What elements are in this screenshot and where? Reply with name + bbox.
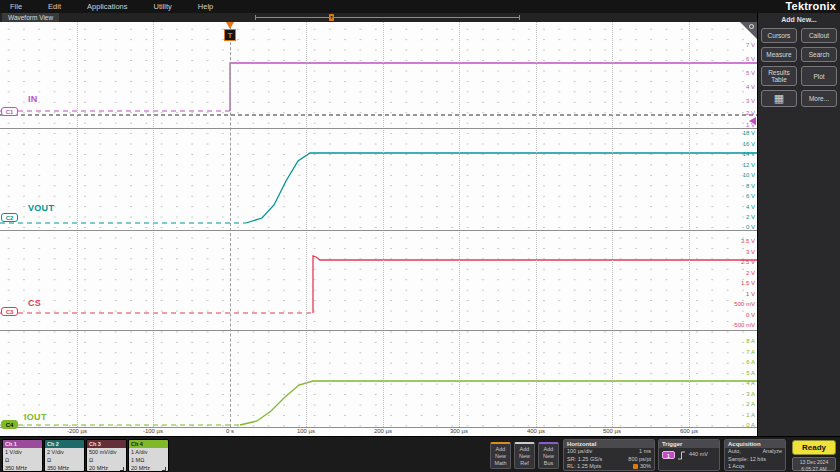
time-tick-label: 200 µs	[374, 428, 392, 434]
acquisition-title: Acquisition	[725, 440, 785, 448]
datetime-display: 13 Dec 2024 6:05:27 AM	[792, 457, 836, 471]
waveform-trace-c2[interactable]	[246, 153, 757, 223]
channel-position-badge-c3[interactable]: C3	[1, 307, 18, 316]
slice-separator	[0, 128, 757, 129]
ch4-name: Ch 4	[129, 440, 168, 448]
tab-waveform-view[interactable]: Waveform View	[2, 13, 59, 22]
waveform-label-cs: CS	[28, 298, 41, 308]
axis-tick-label-in: 4 V	[746, 84, 755, 90]
axis-tick-label-cs: 2.5 V	[741, 259, 755, 265]
channel-badge-ch3[interactable]: Ch 3 500 mV/div Ω 20 MHz	[86, 439, 127, 472]
oscilloscope-screen: File Edit Applications Utility Help Tekt…	[0, 0, 840, 472]
channel-position-badge-c1[interactable]: C1	[1, 107, 18, 116]
minimap-left-cap	[255, 15, 256, 20]
axis-tick-label-vout: 12 V	[743, 162, 755, 168]
axis-tick-label-in: 5 V	[746, 70, 755, 76]
axis-tick-label-iout: 4 A	[746, 380, 755, 386]
axis-tick-label-cs: 0 V	[746, 312, 755, 318]
minimap-trigger-marker[interactable]: T	[329, 14, 334, 21]
menu-file[interactable]: File	[10, 2, 22, 11]
rising-edge-icon	[678, 451, 686, 463]
time-tick-label: 400 µs	[527, 428, 545, 434]
time-gridline	[153, 22, 154, 427]
waveform-label-iout: IOUT	[24, 412, 47, 422]
axis-tick-label-cs: 500 mV	[734, 301, 755, 307]
horizontal-pan-minimap[interactable]: T	[255, 17, 520, 18]
add-new-ref-button[interactable]: Add New Ref	[514, 442, 535, 469]
axis-tick-label-iout: 0 A	[746, 422, 755, 428]
acquisition-panel[interactable]: Acquisition Auto,Analyze Sample: 12 bits…	[724, 439, 786, 471]
trigger-panel[interactable]: Trigger 1 440 mV	[658, 439, 720, 471]
ch3-coupling: Ω	[89, 456, 126, 464]
more-button[interactable]: More...	[801, 90, 837, 107]
acq-analyze: Analyze	[762, 448, 782, 456]
callout-button[interactable]: Callout	[801, 28, 837, 43]
trigger-position-flag[interactable]: T	[224, 29, 236, 41]
channel-badge-ch2[interactable]: Ch 2 2 V/div Ω 350 MHz	[44, 439, 85, 472]
channel-position-badge-c4[interactable]: C4	[1, 420, 18, 429]
ch2-bandwidth: 350 MHz	[47, 464, 84, 472]
time-tick-label: 600 µs	[680, 428, 698, 434]
waveform-trace-c1[interactable]	[230, 63, 757, 111]
ch2-scale: 2 V/div	[47, 448, 84, 456]
cursors-button[interactable]: Cursors	[761, 28, 797, 43]
waveform-label-in: IN	[28, 94, 38, 104]
magnifier-icon	[749, 24, 754, 29]
channel-position-badge-c2[interactable]: C2	[1, 213, 18, 222]
measure-button[interactable]: Measure	[761, 47, 797, 62]
time-tick-label: -100 µs	[143, 428, 163, 434]
axis-tick-label-vout: 16 V	[743, 141, 755, 147]
slice-separator	[0, 230, 757, 231]
axis-tick-label-in: 3 V	[746, 98, 755, 104]
side-panel: Add New... Cursors Callout Measure Searc…	[757, 13, 840, 436]
menu-applications[interactable]: Applications	[87, 2, 127, 11]
menu-utility[interactable]: Utility	[153, 2, 171, 11]
axis-tick-label-iout: 6 A	[746, 359, 755, 365]
ch4-scale: 1 A/div	[131, 448, 168, 456]
time-gridline	[536, 22, 537, 427]
ch2-name: Ch 2	[45, 440, 84, 448]
sample-rate: SR: 1.25 GS/s	[567, 456, 602, 464]
horizontal-title: Horizontal	[564, 440, 654, 448]
position-indicator-icon	[633, 464, 638, 469]
horizontal-panel[interactable]: Horizontal 100 µs/div1 ms SR: 1.25 GS/s8…	[563, 439, 655, 471]
time-gridline	[612, 22, 613, 427]
axis-tick-label-iout: 8 A	[746, 338, 755, 344]
ready-status-button[interactable]: Ready	[792, 440, 836, 455]
waveform-canvas	[0, 22, 757, 436]
axis-tick-label-cs: 3.5 V	[741, 238, 755, 244]
axis-tick-label-vout: 0 V	[746, 224, 755, 230]
menu-help[interactable]: Help	[198, 2, 213, 11]
add-new-math-button[interactable]: Add New Math	[490, 442, 511, 469]
menu-edit[interactable]: Edit	[48, 2, 61, 11]
horizontal-scale: 100 µs/div	[567, 448, 592, 456]
waveform-trace-c3[interactable]	[313, 256, 757, 313]
time-gridline	[77, 22, 78, 427]
time-gridline	[689, 22, 690, 427]
waveform-trace-c4[interactable]	[240, 381, 757, 425]
acq-mode: Auto,	[728, 448, 741, 456]
channel-badge-ch4[interactable]: Ch 4 1 A/div 1 MΩ 20 MHz	[128, 439, 169, 472]
ch1-bandwidth: 350 MHz	[5, 464, 42, 472]
ch4-impedance: 1 MΩ	[131, 456, 168, 464]
time-gridline	[459, 22, 460, 427]
time-gridline	[306, 22, 307, 427]
search-button[interactable]: Search	[801, 47, 837, 62]
channel-badge-ch1[interactable]: Ch 1 1 V/div Ω 350 MHz	[2, 439, 43, 472]
time-tick-label: -200 µs	[67, 428, 87, 434]
results-table-button[interactable]: Results Table	[761, 66, 797, 86]
acq-count: 1 Acqs	[728, 463, 745, 471]
plot-button[interactable]: Plot	[801, 66, 837, 86]
horizontal-window: 1 ms	[639, 448, 651, 456]
probe-icon	[162, 467, 166, 471]
axis-tick-label-vout: 8 V	[746, 183, 755, 189]
axis-tick-label-cs: 3 V	[746, 249, 755, 255]
trigger-level-arrow-icon[interactable]	[749, 117, 756, 125]
qr-code-button[interactable]: ▦	[761, 90, 797, 107]
trigger-position-gridline	[230, 22, 231, 427]
axis-tick-label-cs: 2 V	[746, 270, 755, 276]
tab-bar: Waveform View T	[0, 13, 757, 22]
add-new-bus-button[interactable]: Add New Bus	[538, 442, 559, 469]
ch3-name: Ch 3	[87, 440, 126, 448]
ch1-name: Ch 1	[3, 440, 42, 448]
